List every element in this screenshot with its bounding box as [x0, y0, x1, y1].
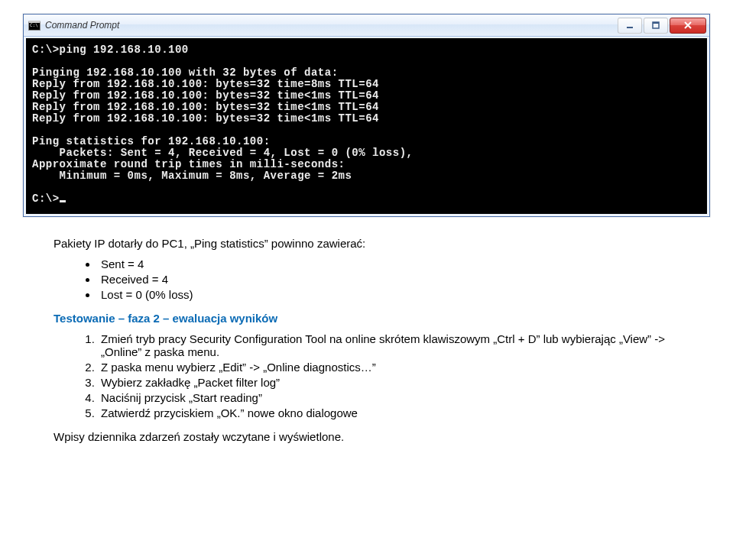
- outro-text: Wpisy dziennika zdarzeń zostały wczytane…: [54, 430, 679, 443]
- cursor-icon: [60, 200, 66, 202]
- step-list: Zmień tryb pracy Security Configuration …: [54, 332, 679, 419]
- intro-text: Pakiety IP dotarły do PC1, „Ping statist…: [54, 237, 679, 250]
- minimize-button[interactable]: [618, 18, 642, 34]
- maximize-button[interactable]: [644, 18, 668, 34]
- cmd-icon: [28, 21, 41, 31]
- section-heading: Testowanie – faza 2 – ewaluacja wyników: [54, 312, 679, 325]
- bullet-item: Sent = 4: [98, 257, 679, 270]
- terminal-output[interactable]: C:\>ping 192.168.10.100 Pinging 192.168.…: [24, 37, 709, 216]
- command-prompt-window: Command Prompt C:\>ping 192.168.10.100 P…: [23, 14, 710, 217]
- step-item: Wybierz zakładkę „Packet filter log”: [98, 376, 679, 389]
- bullet-item: Received = 4: [98, 273, 679, 286]
- window-controls: [618, 18, 706, 34]
- svg-rect-2: [653, 22, 659, 24]
- step-item: Naciśnij przycisk „Start reading”: [98, 391, 679, 404]
- titlebar[interactable]: Command Prompt: [24, 15, 709, 37]
- window-title: Command Prompt: [45, 20, 119, 31]
- step-item: Zatwierdź przyciskiem „OK.” nowe okno di…: [98, 406, 679, 419]
- document-body: Pakiety IP dotarły do PC1, „Ping statist…: [0, 222, 733, 474]
- svg-rect-0: [627, 27, 633, 28]
- close-button[interactable]: [670, 18, 706, 34]
- bullet-item: Lost = 0 (0% loss): [98, 288, 679, 301]
- bullet-list: Sent = 4Received = 4Lost = 0 (0% loss): [54, 257, 679, 301]
- step-item: Zmień tryb pracy Security Configuration …: [98, 332, 679, 358]
- step-item: Z paska menu wybierz „Edit” -> „Online d…: [98, 361, 679, 374]
